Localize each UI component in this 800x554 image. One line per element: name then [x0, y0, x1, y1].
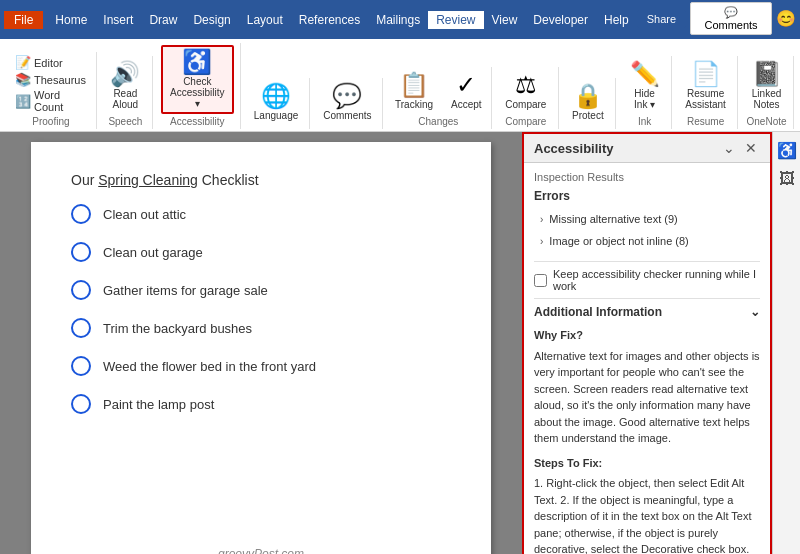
checkbox-circle-2[interactable]	[71, 242, 91, 262]
resume-assistant-btn[interactable]: 📄 ResumeAssistant	[678, 58, 733, 114]
why-fix-text: Alternative text for images and other ob…	[534, 348, 760, 447]
ribbon-group-onenote: 📓 LinkedNotes OneNote	[740, 56, 794, 129]
read-aloud-btn[interactable]: 🔊 ReadAloud	[103, 58, 147, 114]
error-text-1: Missing alternative text (9)	[549, 213, 677, 225]
proofing-label: Proofing	[32, 116, 69, 127]
checkbox-circle-3[interactable]	[71, 280, 91, 300]
steps-text: 1. Right-click the object, then select E…	[534, 475, 760, 554]
resume-label: Resume	[687, 116, 724, 127]
errors-section: Errors › Missing alternative text (9) › …	[534, 189, 760, 253]
chevron-icon-2: ›	[540, 236, 543, 247]
thesaurus-icon: 📚	[15, 72, 31, 87]
menu-bar: File Home Insert Draw Design Layout Refe…	[0, 0, 800, 39]
item-text-1: Clean out attic	[103, 207, 186, 222]
word-count-btn[interactable]: 🔢 Word Count	[12, 88, 90, 114]
compare-icon: ⚖	[515, 73, 537, 97]
emoji-icon[interactable]: 😊	[776, 9, 796, 28]
why-fix-header: Why Fix?	[534, 327, 760, 344]
linked-notes-icon: 📓	[752, 62, 782, 86]
language-btn[interactable]: 🌐 Language	[247, 80, 306, 125]
panel-body: Inspection Results Errors › Missing alte…	[524, 163, 770, 554]
list-item: Gather items for garage sale	[71, 280, 451, 300]
language-icon: 🌐	[261, 84, 291, 108]
hide-ink-btn[interactable]: ✏️ HideInk ▾	[623, 58, 667, 114]
additional-info-chevron: ⌄	[750, 305, 760, 319]
additional-info-content: Why Fix? Alternative text for images and…	[534, 327, 760, 554]
side-accessibility-icon[interactable]: ♿	[774, 138, 800, 163]
document-area: Our Spring Cleaning Checklist Clean out …	[0, 132, 522, 554]
file-menu[interactable]: File	[4, 11, 43, 29]
menu-home[interactable]: Home	[47, 11, 95, 29]
menu-help[interactable]: Help	[596, 11, 637, 29]
menu-design[interactable]: Design	[185, 11, 238, 29]
check-accessibility-btn[interactable]: ♿ CheckAccessibility ▾	[161, 45, 234, 114]
accept-icon: ✓	[456, 73, 476, 97]
protect-btn[interactable]: 🔒 Protect	[565, 80, 611, 125]
ribbon-group-protect: 🔒 Protect	[561, 78, 617, 129]
item-text-6: Paint the lamp post	[103, 397, 214, 412]
accept-btn[interactable]: ✓ Accept	[444, 69, 489, 114]
panel-close-btn[interactable]: ✕	[742, 140, 760, 156]
thesaurus-btn[interactable]: 📚 Thesaurus	[12, 71, 90, 88]
menu-review[interactable]: Review	[428, 11, 483, 29]
checkbox-circle-6[interactable]	[71, 394, 91, 414]
onenote-label: OneNote	[747, 116, 787, 127]
checkbox-circle-1[interactable]	[71, 204, 91, 224]
editor-btn[interactable]: 📝 Editor	[12, 54, 90, 71]
additional-info-section: Additional Information ⌄ Why Fix? Altern…	[534, 298, 760, 554]
item-text-3: Gather items for garage sale	[103, 283, 268, 298]
checkbox-circle-5[interactable]	[71, 356, 91, 376]
error-text-2: Image or object not inline (8)	[549, 235, 688, 247]
tracking-btn[interactable]: 📋 Tracking	[388, 69, 440, 114]
comments-ribbon-icon: 💬	[332, 84, 362, 108]
menu-draw[interactable]: Draw	[141, 11, 185, 29]
steps-header: Steps To Fix:	[534, 455, 760, 472]
side-image-icon[interactable]: 🖼	[776, 167, 798, 191]
additional-info-label: Additional Information	[534, 305, 662, 319]
additional-info-header[interactable]: Additional Information ⌄	[534, 305, 760, 319]
list-item: Clean out garage	[71, 242, 451, 262]
watermark: groovyPost.com	[218, 547, 304, 554]
ink-label: Ink	[638, 116, 651, 127]
menu-developer[interactable]: Developer	[525, 11, 596, 29]
comments-button[interactable]: 💬 Comments	[690, 2, 772, 35]
proofing-items: 📝 Editor 📚 Thesaurus 🔢 Word Count	[12, 54, 90, 114]
share-button[interactable]: Share	[637, 10, 686, 28]
errors-header: Errors	[534, 189, 760, 203]
hide-ink-icon: ✏️	[630, 62, 660, 86]
ribbon-group-accessibility: ♿ CheckAccessibility ▾ Accessibility	[155, 43, 241, 129]
keep-running-checkbox[interactable]	[534, 274, 547, 287]
menu-mailings[interactable]: Mailings	[368, 11, 428, 29]
comments-ribbon-btn[interactable]: 💬 Comments	[316, 80, 378, 125]
menu-references[interactable]: References	[291, 11, 368, 29]
main-area: Our Spring Cleaning Checklist Clean out …	[0, 132, 800, 554]
menu-insert[interactable]: Insert	[95, 11, 141, 29]
list-item: Paint the lamp post	[71, 394, 451, 414]
item-text-5: Weed the flower bed in the front yard	[103, 359, 316, 374]
compare-btn[interactable]: ⚖ Compare	[498, 69, 553, 114]
linked-notes-btn[interactable]: 📓 LinkedNotes	[745, 58, 789, 114]
list-item: Weed the flower bed in the front yard	[71, 356, 451, 376]
ribbon-group-comments: 💬 Comments	[312, 78, 383, 129]
menu-view[interactable]: View	[484, 11, 526, 29]
ribbon-group-language: 🌐 Language	[243, 78, 311, 129]
list-item: Clean out attic	[71, 204, 451, 224]
error-item-2[interactable]: › Image or object not inline (8)	[534, 231, 760, 251]
resume-icon: 📄	[691, 62, 721, 86]
error-item-1[interactable]: › Missing alternative text (9)	[534, 209, 760, 229]
tracking-icon: 📋	[399, 73, 429, 97]
accessibility-panel: Accessibility ⌄ ✕ Inspection Results Err…	[522, 132, 772, 554]
changes-label: Changes	[418, 116, 458, 127]
checkbox-circle-4[interactable]	[71, 318, 91, 338]
ribbon-group-ink: ✏️ HideInk ▾ Ink	[618, 56, 672, 129]
editor-icon: 📝	[15, 55, 31, 70]
compare-label: Compare	[505, 116, 546, 127]
word-count-icon: 🔢	[15, 94, 31, 109]
accessibility-label: Accessibility	[170, 116, 224, 127]
keep-running-label: Keep accessibility checker running while…	[553, 268, 760, 292]
panel-collapse-btn[interactable]: ⌄	[720, 140, 738, 156]
accessibility-icon: ♿	[182, 50, 212, 74]
menu-layout[interactable]: Layout	[239, 11, 291, 29]
speech-label: Speech	[108, 116, 142, 127]
chevron-icon-1: ›	[540, 214, 543, 225]
